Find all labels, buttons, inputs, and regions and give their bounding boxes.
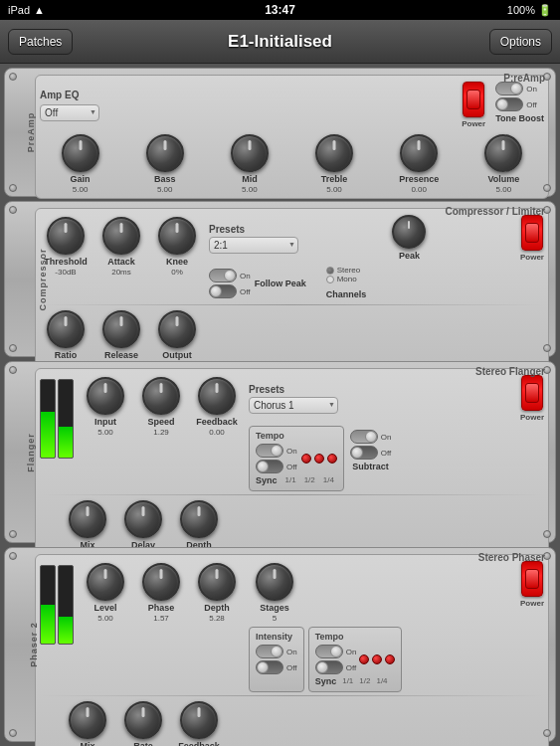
options-button[interactable]: Options — [489, 29, 552, 55]
fl-tempo-title: Tempo — [256, 431, 337, 441]
release-label: Release — [104, 350, 138, 361]
ph-sync-toggle-group: On Off — [315, 645, 357, 674]
ph-right: Stages 5 Power Intensity — [249, 561, 544, 692]
output-knob[interactable] — [158, 310, 196, 348]
comp-presets-dropdown[interactable]: 2:1 — [209, 237, 298, 254]
ph-feedback-knob[interactable] — [180, 701, 218, 739]
preamp-knobs-row: Gain 5.00 Bass 5.00 Mid 5.00 Treble 5.00 — [40, 132, 544, 194]
ratio-knob[interactable] — [47, 310, 85, 348]
ph-tempo-dot-2[interactable] — [372, 654, 382, 664]
ph-mix-knob[interactable] — [69, 701, 106, 739]
ph-bottom-knobs: Mix 10.00 Rate 0.04 Feedback -9.00 — [62, 699, 544, 746]
tone-boost-off-row: Off — [495, 97, 544, 111]
subtract-off-toggle[interactable] — [350, 446, 378, 460]
main-content: PreAmp P:reAmp Amp EQ Off — [0, 64, 560, 746]
flanger-top-label: Stereo Flanger — [475, 366, 545, 377]
ph-sync-off-label: Off — [346, 663, 357, 672]
fl-tempo-val-2: 1/2 — [304, 475, 315, 486]
ph-level-knob[interactable] — [87, 563, 124, 601]
follow-peak-off-toggle[interactable] — [209, 284, 237, 298]
fl-knob-speed: Speed 1.29 — [135, 375, 187, 437]
tone-boost-toggle[interactable] — [495, 82, 523, 95]
ph-sync-on-knob — [330, 646, 342, 657]
title-bar: Patches E1-Initialised Options — [0, 20, 560, 64]
fl-mix-knob[interactable] — [69, 500, 106, 538]
amp-eq-dropdown[interactable]: Off — [40, 104, 99, 121]
ph-stages-knob[interactable] — [256, 563, 293, 601]
peak-knob[interactable] — [392, 215, 426, 249]
preamp-power-switch[interactable] — [463, 82, 484, 117]
stereo-radio[interactable] — [326, 267, 334, 275]
fl-tempo-dot-3[interactable] — [327, 454, 337, 464]
fl-tempo-labels-row: Sync 1/1 1/2 1/4 — [256, 475, 337, 486]
ph-tempo-dot-1[interactable] — [359, 654, 369, 664]
ph-int-on-toggle[interactable] — [256, 645, 283, 658]
ph-tempo-dots — [359, 654, 395, 664]
gain-knob[interactable] — [62, 134, 99, 172]
fl-presets-wrapper: Chorus 1 — [249, 395, 338, 414]
ph-sync-on-toggle[interactable] — [315, 645, 343, 658]
tone-boost-label: Tone Boost — [495, 113, 544, 124]
follow-peak-on-toggle[interactable] — [209, 269, 237, 282]
ph-sync-off-toggle[interactable] — [315, 660, 343, 674]
fl-presets-dropdown[interactable]: Chorus 1 — [249, 397, 338, 414]
tone-boost-knob — [510, 83, 522, 94]
fl-depth-knob[interactable] — [180, 500, 218, 538]
flanger-tempo-box: Tempo On — [249, 426, 344, 491]
status-time: 13:47 — [265, 3, 295, 17]
ph-tempo-dot-3[interactable] — [385, 654, 395, 664]
phaser-inner: Level 5.00 Phase 1.57 Depth 5.28 — [35, 554, 549, 746]
flanger-vu-meters — [40, 379, 74, 459]
preamp-knob-gain: Gain 5.00 — [55, 132, 106, 194]
fl-feedback-label: Feedback — [196, 417, 238, 428]
fl-power-switch[interactable] — [521, 375, 543, 411]
fl-feedback-knob[interactable] — [198, 377, 236, 415]
tone-boost-toggle-off[interactable] — [495, 97, 523, 111]
ph-int-off-toggle[interactable] — [256, 660, 283, 674]
battery-label: 100% — [507, 4, 535, 16]
patches-button[interactable]: Patches — [8, 29, 73, 55]
ph-power-switch[interactable] — [521, 561, 543, 597]
ph-phase-label: Phase — [148, 603, 175, 614]
volume-label: Volume — [487, 174, 519, 185]
treble-knob[interactable] — [315, 134, 353, 172]
fl-speed-knob[interactable] — [142, 377, 180, 415]
fl-tempo-dot-1[interactable] — [301, 454, 311, 464]
ph-screw-br — [543, 729, 551, 737]
mono-row: Mono — [326, 275, 367, 283]
fl-sync-on-toggle[interactable] — [256, 444, 283, 458]
fl-knob-input: Input 5.00 — [80, 375, 131, 437]
phaser-vertical-label: Phaser 2 — [29, 622, 39, 667]
ph-rate-knob[interactable] — [124, 701, 162, 739]
fl-sync-row: On Off — [256, 444, 337, 473]
fl-sync-on-label: On — [286, 447, 297, 456]
battery-icon: 🔋 — [538, 4, 552, 16]
comp-power-switch[interactable] — [521, 215, 543, 251]
phaser-tempo-box: Tempo On — [308, 627, 403, 692]
fl-sync-off-row: Off — [256, 460, 297, 473]
subtract-on-toggle[interactable] — [350, 430, 378, 444]
peak-group: Peak — [392, 215, 426, 262]
fl-sync-toggle-group: On Off — [256, 444, 297, 473]
ph-depth-knob[interactable] — [198, 563, 236, 601]
fl-power-label: Power — [520, 413, 544, 422]
presence-knob[interactable] — [400, 134, 438, 172]
fl-tempo-dot-2[interactable] — [314, 454, 324, 464]
volume-knob[interactable] — [484, 134, 522, 172]
fl-sync-off-toggle[interactable] — [256, 460, 283, 473]
preamp-knob-presence: Presence 0.00 — [393, 132, 445, 194]
presets-label: Presets — [209, 224, 298, 235]
mono-radio[interactable] — [326, 276, 334, 283]
bass-knob[interactable] — [146, 134, 184, 172]
threshold-knob[interactable] — [47, 217, 85, 255]
release-knob[interactable] — [102, 310, 140, 348]
channels-area: Stereo Mono Channels — [326, 266, 367, 301]
compressor-top-label: Compressor / Limiter — [445, 206, 545, 217]
mid-knob[interactable] — [231, 134, 269, 172]
presence-label: Presence — [399, 174, 439, 185]
attack-knob[interactable] — [102, 217, 140, 255]
ph-phase-knob[interactable] — [142, 563, 180, 601]
knee-knob[interactable] — [158, 217, 196, 255]
fl-delay-knob[interactable] — [124, 500, 162, 538]
fl-input-knob[interactable] — [87, 377, 124, 415]
